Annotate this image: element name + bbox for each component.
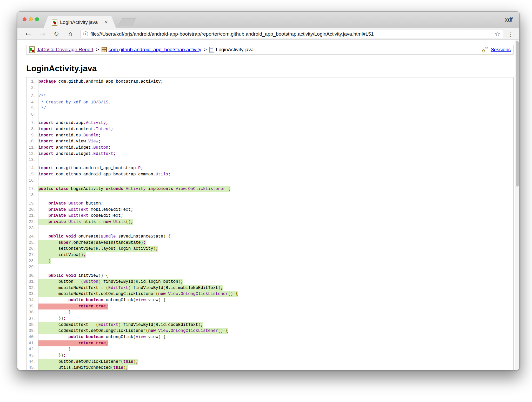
line-number: 33. (26, 291, 38, 297)
home-icon[interactable]: ⌂ (64, 31, 77, 37)
source-lines: 1.package com.github.android_app_bootstr… (26, 79, 513, 370)
code-text: /** (38, 93, 46, 100)
line-number: 13. (26, 157, 38, 165)
code-line: 35. return true; (26, 304, 513, 310)
line-number: 20. (26, 207, 38, 213)
missed-code: return true; (38, 340, 108, 347)
line-number: 15. (26, 172, 38, 178)
tab-close-icon[interactable]: × (104, 19, 108, 25)
code-line: 21. private EditText codeEditText; (26, 213, 513, 219)
browser-tab[interactable]: LoginActivity.java × (43, 16, 116, 28)
breadcrumb-current-file: LoginActivity.java (216, 47, 254, 52)
sessions-area[interactable]: ⚙ ⚙ Sessions (482, 46, 511, 53)
code-text: import com.github.android_app_bootstrap.… (38, 172, 171, 178)
browser-window: LoginActivity.java × xdf ← → ↻ ⌂ i file:… (17, 11, 520, 370)
back-icon[interactable]: ← (22, 31, 35, 37)
close-window-button[interactable] (23, 17, 26, 21)
line-number: 41. (26, 340, 38, 347)
breadcrumb-item-report[interactable]: JaCoCo Coverage Report (29, 46, 94, 53)
line-number: 25. (26, 240, 38, 246)
scrollbar-track[interactable] (515, 40, 519, 370)
line-number: 42. (26, 346, 38, 353)
code-text: import android.app.Activity; (38, 120, 108, 126)
package-icon (102, 47, 107, 52)
code-line: 42. } (26, 346, 513, 353)
bookmark-star-icon[interactable]: ☆ (495, 31, 500, 37)
code-line: 12.import android.widget.EditText; (26, 151, 513, 157)
scrollbar-thumb[interactable] (516, 41, 519, 187)
code-line: 32. mobileNoEditText = (EditText) findVi… (26, 285, 513, 291)
line-number: 7. (26, 120, 38, 126)
covered-code: utils.isWifiConnected(this); (38, 365, 128, 370)
line-number: 16. (26, 178, 38, 186)
code-line: 28. } (26, 258, 513, 265)
code-text: private Button button; (38, 201, 103, 207)
zoom-window-button[interactable] (35, 17, 39, 21)
line-number: 34. (26, 297, 38, 304)
minimize-window-button[interactable] (29, 17, 33, 21)
covered-code: private Utils utils = new Utils(); (38, 219, 133, 225)
forward-icon[interactable]: → (36, 31, 49, 37)
code-text: import android.os.Bundle; (38, 133, 101, 139)
code-line: 36. } (26, 309, 513, 316)
code-line: 17.public class LoginActivity extends Ac… (26, 186, 513, 192)
code-text: } (38, 346, 71, 353)
code-line: 38. codeEditText = (EditText) findViewBy… (26, 322, 513, 328)
line-number: 36. (26, 309, 38, 316)
window-controls (23, 17, 39, 21)
code-text: private EditText codeEditText; (38, 213, 123, 219)
line-number: 11. (26, 145, 38, 151)
line-number: 17. (26, 186, 38, 192)
new-tab-button[interactable] (118, 18, 136, 26)
source-view: 1.package com.github.android_app_bootstr… (26, 77, 514, 370)
code-line: 23. (26, 225, 513, 234)
breadcrumb-report-link[interactable]: JaCoCo Coverage Report (37, 47, 94, 52)
covered-code: button = (Button) findViewById(R.id.logi… (38, 279, 183, 285)
code-line: 27. initView(); (26, 252, 513, 258)
browser-toolbar: ← → ↻ ⌂ i file:///Users/xdf/prjs/android… (17, 28, 519, 40)
jacoco-report-icon (29, 46, 35, 53)
line-number: 39. (26, 328, 38, 334)
line-number: 44. (26, 359, 38, 365)
code-line: 30. public void initView() { (26, 273, 513, 279)
breadcrumb-package-link[interactable]: com.github.android_app_bootstrap.activit… (109, 47, 201, 52)
code-line: 29. (26, 264, 513, 273)
covered-code: mobileNoEditText.setOnLongClickListener(… (38, 291, 238, 297)
code-line: 3./** (26, 93, 513, 100)
breadcrumb-item-package[interactable]: com.github.android_app_bootstrap.activit… (102, 47, 201, 52)
code-line: 37. }); (26, 316, 513, 322)
sessions-gears-icon: ⚙ ⚙ (482, 46, 490, 53)
line-number: 12. (26, 151, 38, 157)
covered-code: initView(); (38, 252, 86, 258)
line-number: 2. (26, 85, 38, 93)
line-number: 18. (26, 192, 38, 201)
line-number: 30. (26, 273, 38, 279)
line-number: 43. (26, 353, 38, 359)
line-number: 10. (26, 139, 38, 145)
covered-code: public class LoginActivity extends Activ… (38, 186, 230, 192)
covered-code: codeEditText = (EditText) findViewById(R… (38, 322, 203, 328)
sessions-link[interactable]: Sessions (491, 47, 511, 52)
code-line: 24. public void onCreate(Bundle savedIns… (26, 234, 513, 240)
jacoco-favicon-icon (52, 19, 57, 26)
tab-title: LoginActivity.java (60, 19, 104, 25)
reload-icon[interactable]: ↻ (50, 31, 63, 37)
line-number: 35. (26, 304, 38, 310)
breadcrumb: JaCoCo Coverage Report > com.github.andr… (26, 45, 514, 55)
page-info-icon[interactable]: i (83, 31, 88, 36)
line-number: 28. (26, 258, 38, 265)
code-line: 1.package com.github.android_app_bootstr… (26, 79, 513, 85)
line-number: 45. (26, 365, 38, 370)
code-text: } (38, 309, 71, 316)
covered-code: mobileNoEditText = (EditText) findViewBy… (38, 285, 223, 291)
code-line: 11.import android.widget.Button; (26, 145, 513, 151)
browser-menu-icon[interactable]: ⋮ (507, 31, 514, 37)
code-line: 10.import android.view.View; (26, 139, 513, 145)
titlebar: LoginActivity.java × xdf (17, 12, 519, 28)
line-number: 5. (26, 106, 38, 112)
address-bar[interactable]: i file:///Users/xdf/prjs/android/android… (80, 30, 503, 38)
url-text: file:///Users/xdf/prjs/android/android-a… (90, 31, 493, 37)
line-number: 21. (26, 213, 38, 219)
breadcrumb-item-file: LoginActivity.java (209, 47, 254, 53)
line-number: 14. (26, 165, 38, 172)
